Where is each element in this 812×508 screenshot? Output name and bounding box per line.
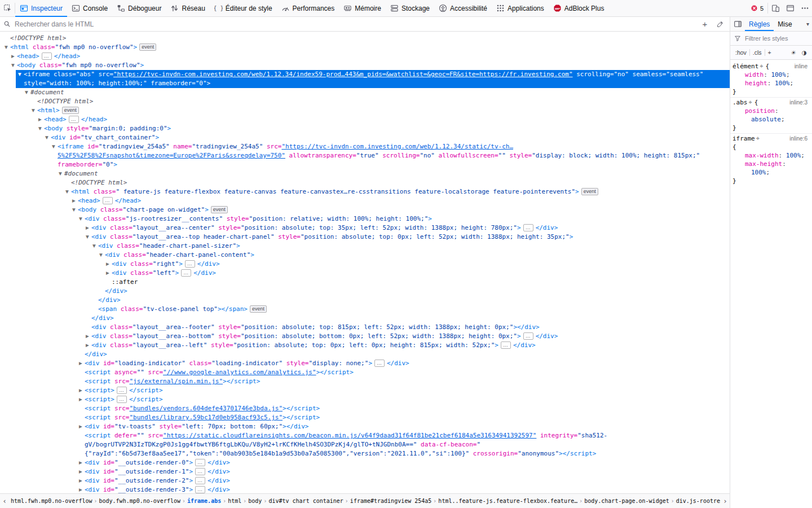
expand-arrow-icon[interactable]: ▶ <box>78 458 83 467</box>
markup-row[interactable]: ▶<head>…</head> <box>0 52 730 61</box>
breadcrumb-scroll-right-button[interactable]: › <box>721 497 730 505</box>
markup-row[interactable]: <!DOCTYPE html> <box>0 34 730 43</box>
markup-row[interactable]: ▼<html class="fwh mp0 no-overflow">event <box>0 43 730 52</box>
expand-arrow-icon[interactable]: ▶ <box>85 224 90 233</box>
markup-row[interactable]: ▶<div class="left">…</div> <box>0 269 730 278</box>
markup-row[interactable]: <!DOCTYPE html> <box>0 178 730 187</box>
event-badge[interactable]: event <box>581 188 598 195</box>
collapse-arrow-icon[interactable]: ▼ <box>78 214 83 224</box>
expand-arrow-icon[interactable]: ▶ <box>78 467 83 476</box>
tab-style-editor[interactable]: { }Éditeur de style <box>210 0 277 16</box>
css-declaration[interactable]: max-height: 100%; <box>730 160 812 177</box>
markup-row[interactable]: ▶<script>…</script> <box>0 395 730 404</box>
tab-accessibility[interactable]: Accessibilité <box>434 0 492 16</box>
breadcrumb-item[interactable]: div#tv_chart_container <box>267 498 345 504</box>
css-declaration[interactable]: width: 100%; <box>730 71 812 79</box>
stylesheet-source-link[interactable]: inline:6 <box>787 135 807 142</box>
markup-row[interactable]: <div class="layout__area--footer" style=… <box>0 323 730 332</box>
toggle-panes-button[interactable] <box>730 17 745 31</box>
markup-row[interactable]: ▼#document <box>0 88 730 97</box>
breadcrumb-item[interactable]: body.fwh.mp0.no-overflow <box>98 498 183 504</box>
breadcrumb-item[interactable]: div.js-rootresiz… <box>674 498 721 504</box>
sidebar-tab-layout[interactable]: Mise <box>774 17 796 31</box>
markup-row[interactable]: ▼<div class="header-chart-panel-content"… <box>0 251 730 260</box>
expand-arrow-icon[interactable]: ▶ <box>10 52 16 61</box>
inline-ellipsis-badge[interactable]: … <box>69 116 79 123</box>
markup-row[interactable]: ▶<div id="loading-indicator" class="load… <box>0 359 730 368</box>
collapse-arrow-icon[interactable]: ▼ <box>3 43 9 52</box>
collapse-arrow-icon[interactable]: ▼ <box>98 251 104 260</box>
markup-row[interactable]: </div> <box>0 287 730 296</box>
add-rule-button[interactable]: + <box>765 49 774 56</box>
expand-arrow-icon[interactable]: ▶ <box>78 422 83 431</box>
tab-adblock[interactable]: ABPAdBlock Plus <box>549 0 609 16</box>
markup-row[interactable]: ▶<div id="__outside-render-1">…</div> <box>0 467 730 476</box>
collapse-arrow-icon[interactable]: ▼ <box>30 106 36 115</box>
tab-console[interactable]: Console <box>67 0 112 16</box>
style-filter-input[interactable] <box>744 34 808 42</box>
iframe-picker-button[interactable] <box>783 0 797 16</box>
inline-ellipsis-badge[interactable]: … <box>42 52 52 60</box>
expand-arrow-icon[interactable]: ▶ <box>105 260 111 269</box>
search-input[interactable] <box>14 20 692 29</box>
expand-arrow-icon[interactable]: ▶ <box>78 476 83 485</box>
tab-memory[interactable]: Mémoire <box>339 0 386 16</box>
markup-row[interactable]: <!DOCTYPE html> <box>0 97 730 106</box>
markup-row[interactable]: ▼<body style="margin:0; padding:0"> <box>0 124 730 133</box>
markup-row[interactable]: ▼<div id="tv_chart_container"> <box>0 133 730 142</box>
selector-highlighter-icon[interactable]: ⌖ <box>756 134 760 143</box>
markup-row[interactable]: ▶<head>…</head> <box>0 115 730 124</box>
tab-debugger[interactable]: Débogueur <box>112 0 166 16</box>
pick-element-button[interactable] <box>0 0 15 16</box>
light-color-scheme-button[interactable]: ☀ <box>788 49 798 56</box>
inline-ellipsis-badge[interactable]: … <box>195 468 205 475</box>
markup-row[interactable]: </div> <box>0 314 730 323</box>
expand-arrow-icon[interactable]: ▶ <box>78 395 83 404</box>
inline-ellipsis-badge[interactable]: … <box>501 341 511 349</box>
tab-applications[interactable]: Applications <box>492 0 549 16</box>
markup-row[interactable]: ▶<div class="layout__area--left" style="… <box>0 341 730 350</box>
breadcrumb-item[interactable]: iframe.abs <box>186 498 223 504</box>
inline-ellipsis-badge[interactable]: … <box>374 360 385 367</box>
markup-row[interactable]: ▼<div class="layout__area--top header-ch… <box>0 233 730 242</box>
inline-ellipsis-badge[interactable]: … <box>523 332 533 340</box>
selector-highlighter-icon[interactable]: ⌖ <box>760 62 763 71</box>
markup-row[interactable]: ▶<div class="layout__area--center" style… <box>0 224 730 233</box>
markup-row[interactable]: ▶<head>…</head> <box>0 196 730 205</box>
breadcrumb-item[interactable]: body <box>246 498 263 504</box>
breadcrumb-item[interactable]: html.fwh.mp0.no-overflow <box>9 498 94 504</box>
css-declaration[interactable]: position: absolute; <box>730 107 812 124</box>
breadcrumb-scroll-left-button[interactable]: ‹ <box>0 497 9 505</box>
collapse-arrow-icon[interactable]: ▼ <box>71 205 77 214</box>
markup-row[interactable]: <script defer="" src="https://static.clo… <box>0 431 730 458</box>
devtools-menu-button[interactable] <box>797 0 812 16</box>
collapse-arrow-icon[interactable]: ▼ <box>64 187 70 196</box>
expand-arrow-icon[interactable]: ▶ <box>85 332 90 341</box>
breadcrumb-item[interactable]: html..feature-js.feature-flexbox.feature… <box>436 498 579 504</box>
markup-row[interactable]: <script src="js/external/spin.min.js"></… <box>0 377 730 386</box>
inline-ellipsis-badge[interactable]: … <box>103 197 113 204</box>
collapse-arrow-icon[interactable]: ▼ <box>24 88 29 97</box>
breadcrumb-item[interactable]: body.chart-page.on-widget <box>582 498 671 504</box>
markup-row-selected[interactable]: ▼<iframe class="abs" src="https://tvc-in… <box>16 70 730 88</box>
markup-row[interactable]: ▶<div class="right">…</div> <box>0 260 730 269</box>
expand-arrow-icon[interactable]: ▶ <box>78 485 83 493</box>
inline-ellipsis-badge[interactable]: … <box>181 269 191 277</box>
tab-inspector[interactable]: Inspecteur <box>15 0 67 16</box>
markup-row[interactable]: <span class="tv-close-panel top"></span>… <box>0 305 730 314</box>
markup-row[interactable]: ▼<html class=" feature-js feature-flexbo… <box>0 187 730 196</box>
inline-ellipsis-badge[interactable]: … <box>185 260 195 268</box>
markup-row[interactable]: </div> <box>0 296 730 305</box>
stylesheet-source-link[interactable]: inline:3 <box>787 99 807 106</box>
stylesheet-source-link[interactable]: inline <box>792 63 807 69</box>
markup-row[interactable]: ▼<div class="header-chart-panel-sizer"> <box>0 242 730 251</box>
collapse-arrow-icon[interactable]: ▼ <box>17 70 23 79</box>
expand-arrow-icon[interactable]: ▶ <box>78 359 83 368</box>
event-badge[interactable]: event <box>62 107 79 114</box>
expand-arrow-icon[interactable]: ▶ <box>71 196 77 205</box>
expand-arrow-icon[interactable]: ▶ <box>105 269 111 278</box>
markup-row[interactable]: ▶<div id="__outside-render-0">…</div> <box>0 458 730 467</box>
breadcrumb-item[interactable]: iframe#tradingview_254a5 <box>348 498 434 504</box>
inline-ellipsis-badge[interactable]: … <box>195 477 205 484</box>
collapse-arrow-icon[interactable]: ▼ <box>85 233 90 242</box>
